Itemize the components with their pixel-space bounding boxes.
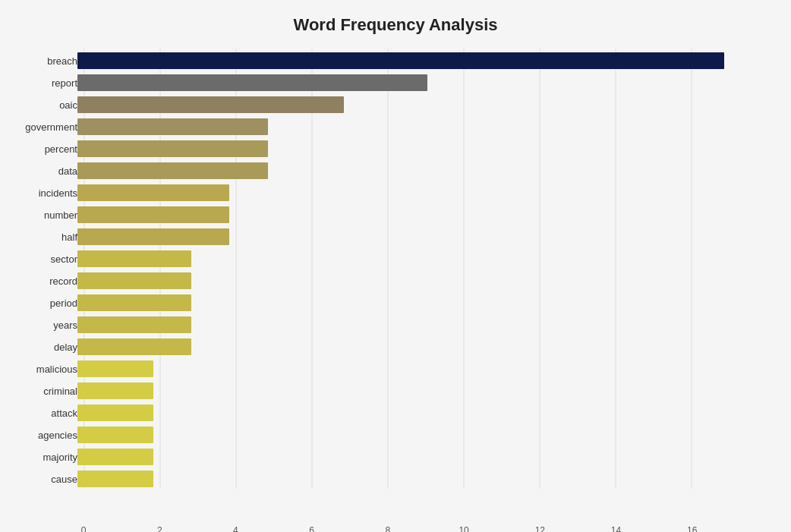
bar-label: government — [2, 121, 77, 133]
bar-row: agencies — [84, 427, 768, 443]
bar — [77, 338, 191, 355]
bar-label: report — [2, 77, 77, 89]
x-tick: 0 — [81, 525, 87, 532]
chart-title: Word Frequency Analysis — [23, 15, 768, 35]
bar — [77, 471, 153, 487]
bar-row: oaic — [84, 96, 768, 113]
bar-label: data — [2, 165, 77, 177]
chart-container: Word Frequency Analysis breachreportoaic… — [0, 0, 791, 532]
x-tick: 10 — [459, 525, 468, 532]
bar-row: cause — [84, 471, 768, 487]
bar-label: cause — [2, 474, 77, 485]
bar-row: data — [84, 162, 768, 179]
bar — [77, 140, 268, 157]
bar-label: years — [2, 320, 77, 331]
bar — [77, 405, 153, 421]
bar-label: majority — [2, 452, 77, 463]
x-tick: 4 — [233, 525, 238, 532]
bar-label: record — [2, 275, 77, 287]
bar-row: record — [84, 272, 768, 289]
bar — [77, 206, 229, 223]
bar-label: half — [2, 231, 77, 243]
bar-label: breach — [2, 55, 77, 67]
bar-label: period — [2, 297, 77, 309]
bar — [77, 74, 427, 91]
x-tick: 14 — [611, 525, 621, 532]
bar-row: period — [84, 294, 768, 311]
x-tick: 2 — [157, 525, 162, 532]
bar-row: majority — [84, 449, 768, 465]
x-tick: 16 — [687, 525, 697, 532]
bar-label: incidents — [2, 187, 77, 199]
x-tick: 12 — [535, 525, 545, 532]
bar — [77, 184, 229, 201]
bar-label: attack — [2, 408, 77, 419]
bar — [77, 382, 153, 399]
bar-label: criminal — [2, 386, 77, 397]
bar-row: criminal — [84, 382, 768, 399]
bar — [77, 449, 153, 465]
bar-label: delay — [2, 342, 77, 353]
bar-row: government — [84, 118, 768, 135]
bar — [77, 427, 153, 443]
x-tick: 6 — [309, 525, 314, 532]
bar-label: percent — [2, 143, 77, 155]
bar-row: malicious — [84, 360, 768, 377]
bar-label: oaic — [2, 99, 77, 111]
bar-label: number — [2, 209, 77, 221]
bar-row: number — [84, 206, 768, 223]
bar-row: percent — [84, 140, 768, 157]
bar-row: breach — [84, 52, 768, 69]
bar-row: delay — [84, 338, 768, 355]
bar — [77, 360, 153, 377]
bar-row: incidents — [84, 184, 768, 201]
bar-label: sector — [2, 253, 77, 265]
bar — [77, 162, 268, 179]
bar-label: agencies — [2, 430, 77, 441]
bar-row: half — [84, 228, 768, 245]
bar — [77, 52, 724, 69]
x-tick: 8 — [386, 525, 391, 532]
bar — [77, 294, 191, 311]
bar — [77, 316, 191, 333]
chart-area: breachreportoaicgovernmentpercentdatainc… — [84, 49, 768, 489]
bars-area: breachreportoaicgovernmentpercentdatainc… — [84, 49, 768, 489]
bar-row: years — [84, 316, 768, 333]
bar-row: attack — [84, 405, 768, 421]
bar — [77, 250, 191, 267]
bar — [77, 272, 191, 289]
bar — [77, 228, 229, 245]
bar — [77, 118, 268, 135]
bar — [77, 96, 344, 113]
bar-row: report — [84, 74, 768, 91]
bar-label: malicious — [2, 364, 77, 375]
bar-row: sector — [84, 250, 768, 267]
